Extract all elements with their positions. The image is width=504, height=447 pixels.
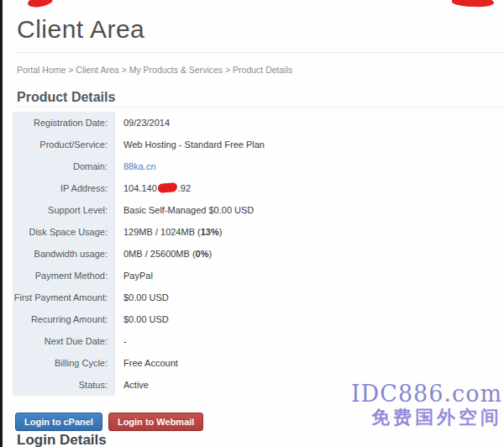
row-label: Status: (13, 374, 115, 396)
row-label: IP Address: (13, 177, 115, 199)
table-row: Recurring Amount:$0.00 USD (13, 308, 353, 330)
table-row: Domain:88ka.cn (13, 155, 353, 177)
watermark-site-text: IDC886.com (351, 382, 502, 406)
row-value: $0.00 USD (115, 287, 169, 308)
section-heading-underline (17, 107, 504, 108)
row-label: Recurring Amount: (13, 308, 115, 330)
table-row: Registration Date:09/23/2014 (13, 112, 353, 134)
row-label: Next Due Date: (13, 330, 115, 352)
login-to-cpanel-button[interactable]: Login to cPanel (15, 413, 102, 431)
section-heading-login-details: Login Details (17, 432, 107, 447)
row-label: Billing Cycle: (13, 352, 115, 374)
row-label: Payment Method: (13, 265, 115, 287)
table-row: Status:Active (13, 374, 353, 396)
row-value: 129MB / 1024MB (13%) (115, 221, 222, 243)
left-edge-bar (0, 0, 3, 447)
top-left-red-scribble (27, 0, 53, 8)
row-value: 09/23/2014 (115, 112, 170, 134)
row-label: Domain: (13, 155, 115, 177)
watermark-slogan-text: 免费国外空间 (351, 406, 502, 428)
row-value: 88ka.cn (115, 155, 156, 177)
table-row: Product/Service:Web Hosting - Standard F… (13, 134, 353, 155)
row-value: 0MB / 25600MB (0%) (115, 243, 212, 265)
top-right-red-scribble (452, 0, 495, 8)
action-buttons: Login to cPanel Login to Webmail (15, 413, 203, 431)
row-value: Web Hosting - Standard Free Plan (115, 134, 265, 155)
page-title: Client Area (17, 15, 144, 44)
table-row: First Payment Amount:$0.00 USD (13, 287, 353, 308)
row-label: Support Level: (13, 199, 115, 221)
row-value: Free Account (115, 352, 178, 374)
product-details-table: Registration Date:09/23/2014Product/Serv… (13, 112, 353, 396)
table-row: Support Level:Basic Self-Managed $0.00 U… (13, 199, 353, 221)
row-value: $0.00 USD (115, 308, 169, 330)
row-value: PayPal (115, 265, 153, 287)
row-label: Bandwidth usage: (13, 243, 115, 265)
watermark: IDC886.com 免费国外空间 (351, 382, 502, 428)
row-value: - (115, 330, 127, 352)
row-label: Registration Date: (13, 112, 115, 134)
table-row: Payment Method:PayPal (13, 265, 353, 287)
row-value: Basic Self-Managed $0.00 USD (115, 199, 254, 221)
row-label: Disk Space Usage: (13, 221, 115, 243)
table-row: Billing Cycle:Free Account (13, 352, 353, 374)
ip-redaction-scribble (157, 182, 177, 193)
row-value: Active (115, 374, 149, 396)
domain-link[interactable]: 88ka.cn (123, 161, 156, 171)
row-value: 104.140.92 (115, 177, 191, 199)
section-heading-product-details: Product Details (17, 90, 115, 105)
table-row: IP Address:104.140.92 (13, 177, 353, 199)
table-row: Bandwidth usage:0MB / 25600MB (0%) (13, 243, 353, 265)
row-label: Product/Service: (13, 134, 115, 155)
breadcrumb[interactable]: Portal Home > Client Area > My Products … (17, 65, 292, 75)
row-label: First Payment Amount: (13, 287, 115, 308)
login-to-webmail-button[interactable]: Login to Webmail (108, 413, 203, 431)
table-row: Next Due Date:- (13, 330, 353, 352)
table-row: Disk Space Usage:129MB / 1024MB (13%) (13, 221, 353, 243)
header-divider (17, 52, 504, 53)
